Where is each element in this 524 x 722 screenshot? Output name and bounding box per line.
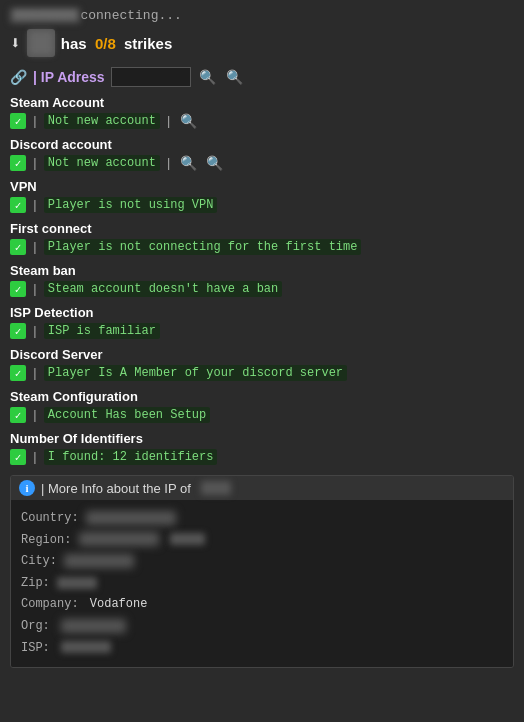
discord-account-search2-icon[interactable]: 🔍 bbox=[204, 155, 225, 171]
more-info-body: Country: Region: City: Zip: Company: Vod… bbox=[11, 500, 513, 667]
strikes-text: has 0/8 strikes bbox=[61, 35, 172, 52]
info-icon: i bbox=[19, 480, 35, 496]
steam-account-status: Not new account bbox=[44, 113, 160, 129]
isp-header: ISP Detection bbox=[10, 305, 514, 320]
discord-account-status: Not new account bbox=[44, 155, 160, 171]
first-connect-header: First connect bbox=[10, 221, 514, 236]
steam-ban-header: Steam ban bbox=[10, 263, 514, 278]
steam-config-section: Steam Configuration ✓ | Account Has been… bbox=[10, 389, 514, 423]
discord-server-row: ✓ | Player Is A Member of your discord s… bbox=[10, 365, 514, 381]
discord-account-check: ✓ bbox=[10, 155, 26, 171]
region-row: Region: bbox=[21, 530, 503, 552]
isp-section: ISP Detection ✓ | ISP is familiar bbox=[10, 305, 514, 339]
region-value2 bbox=[170, 533, 205, 545]
country-value bbox=[86, 511, 176, 525]
identifiers-row: ✓ | I found: 12 identifiers bbox=[10, 449, 514, 465]
player-strikes-row: ⬇ has 0/8 strikes bbox=[10, 29, 514, 57]
steam-account-search-icon[interactable]: 🔍 bbox=[178, 113, 199, 129]
discord-account-search1-icon[interactable]: 🔍 bbox=[178, 155, 199, 171]
isp-status: ISP is familiar bbox=[44, 323, 160, 339]
vpn-section: VPN ✓ | Player is not using VPN bbox=[10, 179, 514, 213]
steam-account-section: Steam Account ✓ | Not new account | 🔍 bbox=[10, 95, 514, 129]
ip-label: | IP Adress bbox=[33, 69, 105, 85]
region-value bbox=[79, 532, 159, 546]
steam-account-check: ✓ bbox=[10, 113, 26, 129]
discord-server-check: ✓ bbox=[10, 365, 26, 381]
first-connect-section: First connect ✓ | Player is not connecti… bbox=[10, 221, 514, 255]
steam-ban-section: Steam ban ✓ | Steam account doesn't have… bbox=[10, 263, 514, 297]
company-row: Company: Vodafone bbox=[21, 594, 503, 616]
steam-account-row: ✓ | Not new account | 🔍 bbox=[10, 113, 514, 129]
org-row: Org: bbox=[21, 616, 503, 638]
download-icon: ⬇ bbox=[10, 32, 21, 54]
player-name-header: XXXXXXXX bbox=[10, 8, 80, 23]
discord-account-row: ✓ | Not new account | 🔍 🔍 bbox=[10, 155, 514, 171]
company-value: Vodafone bbox=[90, 597, 148, 611]
country-row: Country: bbox=[21, 508, 503, 530]
isp-check: ✓ bbox=[10, 323, 26, 339]
vpn-row: ✓ | Player is not using VPN bbox=[10, 197, 514, 213]
steam-config-status: Account Has been Setup bbox=[44, 407, 210, 423]
identifiers-status: I found: 12 identifiers bbox=[44, 449, 218, 465]
vpn-header: VPN bbox=[10, 179, 514, 194]
identifiers-check: ✓ bbox=[10, 449, 26, 465]
more-info-section: i | More Info about the IP of Country: R… bbox=[10, 475, 514, 668]
player-avatar bbox=[27, 29, 55, 57]
city-value bbox=[64, 554, 134, 568]
vpn-status: Player is not using VPN bbox=[44, 197, 218, 213]
more-info-header: i | More Info about the IP of bbox=[11, 476, 513, 500]
steam-config-header: Steam Configuration bbox=[10, 389, 514, 404]
vpn-check: ✓ bbox=[10, 197, 26, 213]
city-row: City: bbox=[21, 551, 503, 573]
isp-row: ✓ | ISP is familiar bbox=[10, 323, 514, 339]
discord-server-section: Discord Server ✓ | Player Is A Member of… bbox=[10, 347, 514, 381]
ip-input[interactable] bbox=[111, 67, 191, 87]
zip-value bbox=[57, 577, 97, 589]
discord-account-header: Discord account bbox=[10, 137, 514, 152]
steam-config-row: ✓ | Account Has been Setup bbox=[10, 407, 514, 423]
link-icon: 🔗 bbox=[10, 69, 27, 86]
discord-server-status: Player Is A Member of your discord serve… bbox=[44, 365, 347, 381]
isp-row: ISP: bbox=[21, 638, 503, 660]
org-value bbox=[61, 619, 126, 633]
first-connect-check: ✓ bbox=[10, 239, 26, 255]
steam-ban-check: ✓ bbox=[10, 281, 26, 297]
first-connect-row: ✓ | Player is not connecting for the fir… bbox=[10, 239, 514, 255]
first-connect-status: Player is not connecting for the first t… bbox=[44, 239, 362, 255]
steam-ban-row: ✓ | Steam account doesn't have a ban bbox=[10, 281, 514, 297]
steam-config-check: ✓ bbox=[10, 407, 26, 423]
more-info-player-name bbox=[201, 481, 231, 495]
zip-row: Zip: bbox=[21, 573, 503, 595]
ip-search2-icon[interactable]: 🔍 bbox=[224, 69, 245, 85]
identifiers-header: Number Of Identifiers bbox=[10, 431, 514, 446]
header-title: XXXXXXXXconnecting... bbox=[10, 8, 514, 23]
ip-section: 🔗 | IP Adress 🔍 🔍 bbox=[10, 67, 514, 87]
ip-search-icon[interactable]: 🔍 bbox=[197, 69, 218, 85]
isp-value bbox=[61, 641, 111, 653]
steam-ban-status: Steam account doesn't have a ban bbox=[44, 281, 282, 297]
discord-account-section: Discord account ✓ | Not new account | 🔍 … bbox=[10, 137, 514, 171]
discord-server-header: Discord Server bbox=[10, 347, 514, 362]
steam-account-header: Steam Account bbox=[10, 95, 514, 110]
identifiers-section: Number Of Identifiers ✓ | I found: 12 id… bbox=[10, 431, 514, 465]
